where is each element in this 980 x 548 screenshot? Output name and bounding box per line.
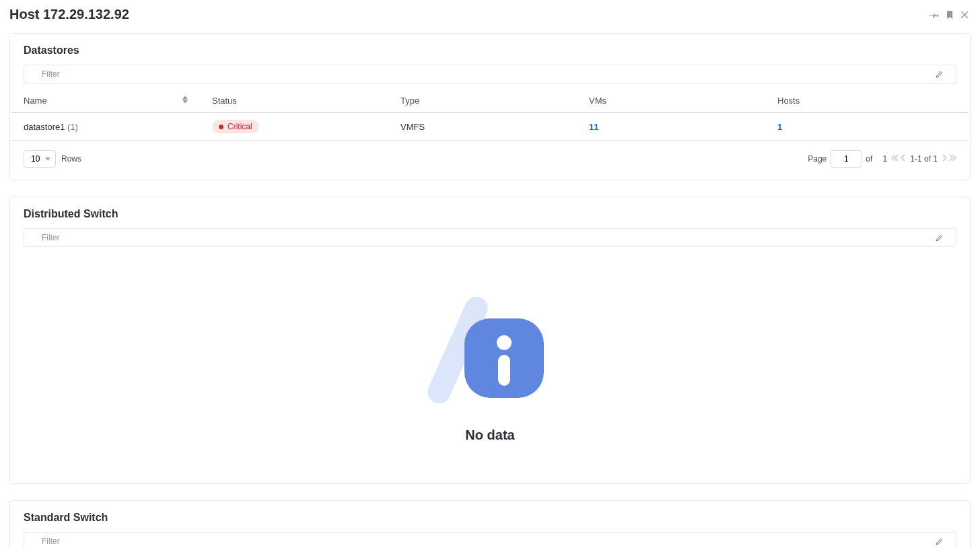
info-illustration-icon xyxy=(416,279,564,414)
row-name: datastore1 xyxy=(24,122,65,132)
card-header: Distributed Switch xyxy=(10,197,970,228)
card-datastores: Datastores Name xyxy=(9,33,971,180)
page-label: Page xyxy=(808,154,827,164)
cell-name: datastore1 (1) xyxy=(11,113,200,141)
card-title-dist-switch: Distributed Switch xyxy=(24,208,956,220)
col-name-label: Name xyxy=(24,96,47,106)
filter-wrap xyxy=(24,65,956,83)
total-pages: 1 xyxy=(883,154,888,164)
row-name-count: (1) xyxy=(67,122,78,132)
card-header: Standard Switch xyxy=(10,501,970,532)
filter-input-dist-switch[interactable] xyxy=(42,233,930,242)
range-text: 1-1 of 1 xyxy=(910,154,938,164)
last-page-icon[interactable] xyxy=(949,154,956,164)
next-page-icon[interactable] xyxy=(941,154,948,164)
cell-vms: 11 xyxy=(577,113,765,141)
col-vms[interactable]: VMs xyxy=(577,89,765,113)
of-label: of xyxy=(866,154,872,164)
rows-label: Rows xyxy=(61,154,81,164)
empty-state: No data xyxy=(10,252,970,483)
rows-select-wrap: 10 xyxy=(24,150,56,168)
filter-input-datastores[interactable] xyxy=(42,69,930,79)
filter-input-std-switch[interactable] xyxy=(42,537,930,546)
first-page-icon[interactable] xyxy=(891,154,899,164)
hosts-link[interactable]: 1 xyxy=(777,122,782,132)
cell-type: VMFS xyxy=(388,113,577,141)
pager: Page of 1 1-1 of 1 xyxy=(808,150,956,168)
col-type[interactable]: Type xyxy=(388,89,577,113)
close-icon[interactable] xyxy=(958,9,971,21)
col-hosts[interactable]: Hosts xyxy=(765,89,969,113)
empty-text: No data xyxy=(465,427,514,443)
card-title-std-switch: Standard Switch xyxy=(24,512,956,524)
col-status[interactable]: Status xyxy=(200,89,388,113)
pager-nav: 1-1 of 1 xyxy=(891,154,956,164)
filter-row-datastores xyxy=(24,65,956,83)
table-header-row: Name Status Type VMs Hosts xyxy=(11,89,969,113)
cell-status: Critical xyxy=(200,113,388,141)
rows-per-page: 10 Rows xyxy=(24,150,81,168)
sort-icon xyxy=(182,96,188,104)
page-input[interactable] xyxy=(831,150,862,168)
table-row[interactable]: datastore1 (1) Critical VMFS 11 1 xyxy=(11,113,969,141)
card-title-datastores: Datastores xyxy=(24,44,956,57)
table-datastores: Name Status Type VMs Hosts datastore1 xyxy=(11,89,969,141)
filter-wrap xyxy=(24,532,956,548)
pin-icon[interactable] xyxy=(929,9,941,21)
cell-hosts: 1 xyxy=(765,113,969,141)
table-footer: 10 Rows Page of 1 1-1 of 1 xyxy=(10,141,970,180)
card-standard-switch: Standard Switch xyxy=(9,500,971,548)
page-title: Host 172.29.132.92 xyxy=(9,7,129,22)
prev-page-icon[interactable] xyxy=(899,154,907,164)
edit-icon[interactable] xyxy=(930,537,949,546)
bookmark-icon[interactable] xyxy=(944,9,956,21)
rows-select[interactable]: 10 xyxy=(24,150,56,168)
top-actions xyxy=(929,9,971,21)
filter-row-dist-switch xyxy=(24,228,956,247)
card-distributed-switch: Distributed Switch No data xyxy=(9,197,971,484)
vms-link[interactable]: 11 xyxy=(589,122,598,132)
filter-wrap xyxy=(24,228,956,247)
svg-point-3 xyxy=(497,335,512,350)
status-badge: Critical xyxy=(212,120,259,133)
edit-icon[interactable] xyxy=(930,69,949,79)
filter-row-std-switch xyxy=(24,532,956,548)
topbar: Host 172.29.132.92 xyxy=(9,5,971,33)
col-name[interactable]: Name xyxy=(11,89,200,113)
status-dot-icon xyxy=(219,125,223,129)
status-label: Critical xyxy=(228,122,252,131)
card-header: Datastores xyxy=(10,34,970,65)
edit-icon[interactable] xyxy=(930,233,949,242)
svg-rect-4 xyxy=(498,355,510,386)
